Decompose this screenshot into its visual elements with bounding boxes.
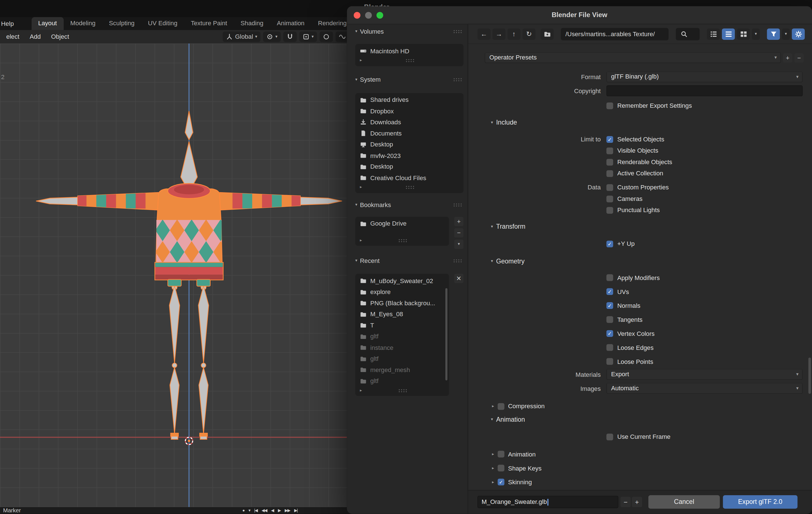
animation-section-header[interactable]: Animation xyxy=(491,415,525,424)
checkbox-tangents[interactable] xyxy=(607,316,613,323)
section-bookmarks-header[interactable]: Bookmarks xyxy=(355,200,463,209)
section-volumes-header[interactable]: Volumes xyxy=(355,27,463,36)
include-section-header[interactable]: Include xyxy=(491,118,517,127)
bookmark-menu-button[interactable] xyxy=(454,239,464,249)
menu-object[interactable]: Object xyxy=(46,33,75,40)
add-preset-button[interactable]: + xyxy=(783,53,792,62)
auto-keying-button[interactable]: ● xyxy=(242,508,244,513)
tab-texture-paint[interactable]: Texture Paint xyxy=(184,17,234,30)
filter-button[interactable] xyxy=(767,28,780,40)
images-dropdown[interactable]: Automatic xyxy=(607,383,803,394)
checkbox-uvs[interactable] xyxy=(607,288,613,295)
display-mode-thumbnail-button[interactable] xyxy=(737,28,750,40)
checkbox-normals[interactable] xyxy=(607,302,613,309)
menu-add[interactable]: Add xyxy=(24,33,46,40)
menu-help[interactable]: Help xyxy=(0,20,18,27)
increment-filename-button[interactable]: + xyxy=(632,497,642,507)
export-button[interactable]: Export glTF 2.0 xyxy=(723,495,798,509)
pivot-point-dropdown[interactable] xyxy=(263,32,281,42)
decrement-filename-button[interactable]: − xyxy=(620,497,631,507)
refresh-button[interactable]: ↻ xyxy=(523,28,535,40)
tab-uv-editing[interactable]: UV Editing xyxy=(141,17,184,30)
grip-icon[interactable] xyxy=(405,185,415,189)
auto-keying-menu-button[interactable]: ▾ xyxy=(249,508,250,513)
file-item-google-drive[interactable]: Google Drive xyxy=(355,218,449,229)
chevron-right-icon[interactable] xyxy=(492,404,494,408)
file-item-downloads[interactable]: Downloads xyxy=(355,117,463,128)
section-system-header[interactable]: System xyxy=(355,75,463,84)
checkbox-remember-export-settings[interactable] xyxy=(607,102,613,109)
chevron-right-icon[interactable] xyxy=(360,58,362,63)
chevron-right-icon[interactable] xyxy=(492,452,494,456)
up-button[interactable]: ↑ xyxy=(508,28,521,40)
character-model[interactable] xyxy=(0,43,347,507)
filter-menu-button[interactable] xyxy=(782,28,790,40)
file-item-gltf[interactable]: gltf xyxy=(355,375,449,387)
grip-icon[interactable] xyxy=(398,388,408,393)
tab-shading[interactable]: Shading xyxy=(234,17,270,30)
path-field[interactable]: /Users/martins...arables Texture/ xyxy=(561,28,669,40)
checkbox-animation[interactable] xyxy=(497,451,504,457)
checkbox-loose-points[interactable] xyxy=(607,358,613,365)
clear-recent-button[interactable]: ✕ xyxy=(454,274,464,283)
operator-presets-dropdown[interactable]: Operator Presets xyxy=(485,52,781,63)
file-item-creative-cloud-files[interactable]: Creative Cloud Files xyxy=(355,172,463,183)
checkbox-custom-properties[interactable] xyxy=(607,184,613,191)
checkbox-apply-modifiers[interactable] xyxy=(607,274,613,281)
file-item-gltf[interactable]: gltf xyxy=(355,331,449,342)
display-mode-list-button[interactable] xyxy=(722,28,735,40)
section-recent-header[interactable]: Recent xyxy=(355,256,463,265)
file-item-documents[interactable]: Documents xyxy=(355,128,463,139)
format-dropdown[interactable]: glTF Binary (.glb) xyxy=(607,71,803,83)
geometry-section-header[interactable]: Geometry xyxy=(491,257,524,266)
tab-modeling[interactable]: Modeling xyxy=(63,17,102,30)
file-item-desktop[interactable]: Desktop xyxy=(355,139,463,150)
search-field[interactable] xyxy=(676,28,700,40)
checkbox-use-current-frame[interactable] xyxy=(607,433,613,440)
chevron-right-icon[interactable] xyxy=(360,238,362,242)
file-item-m-ubody-sweater-02[interactable]: M_uBody_Sweater_02 xyxy=(355,275,449,286)
file-item-merged-mesh[interactable]: merged_mesh xyxy=(355,364,449,375)
file-item-png-black-backgrou[interactable]: PNG (Black backgrou... xyxy=(355,298,449,309)
file-item-desktop[interactable]: Desktop xyxy=(355,161,463,173)
back-button[interactable]: ← xyxy=(477,28,491,40)
grip-icon[interactable] xyxy=(398,238,408,242)
checkbox-compression[interactable] xyxy=(497,403,504,410)
play-reverse-button[interactable]: ◀ xyxy=(271,508,274,513)
scrollbar-thumb[interactable] xyxy=(808,358,811,394)
file-item-dropbox[interactable]: Dropbox xyxy=(355,105,463,117)
file-item-mvfw-2023[interactable]: mvfw-2023 xyxy=(355,150,463,161)
snap-toggle[interactable] xyxy=(283,32,296,42)
next-keyframe-button[interactable]: ▶▶ xyxy=(285,508,290,513)
chevron-right-icon[interactable] xyxy=(492,480,494,484)
play-button[interactable]: ▶ xyxy=(278,508,281,513)
filename-input[interactable]: M_Orange_Sweater.glb xyxy=(477,496,618,508)
checkbox-punctual-lights[interactable] xyxy=(607,207,613,213)
checkbox-skinning[interactable] xyxy=(497,479,504,485)
file-item-t[interactable]: T xyxy=(355,320,449,331)
transform-section-header[interactable]: Transform xyxy=(491,222,525,231)
grip-icon[interactable] xyxy=(405,58,415,63)
tab-animation[interactable]: Animation xyxy=(270,17,311,30)
file-item-gltf[interactable]: gltf xyxy=(355,353,449,364)
create-folder-button[interactable] xyxy=(541,28,554,40)
menu-elect[interactable]: elect xyxy=(1,33,25,40)
checkbox-shape-keys[interactable] xyxy=(497,464,504,471)
checkbox-cameras[interactable] xyxy=(607,195,613,202)
checkbox-y-up[interactable] xyxy=(607,240,613,247)
jump-to-end-button[interactable]: ▶| xyxy=(294,508,297,513)
chevron-right-icon[interactable] xyxy=(360,185,362,189)
chevron-right-icon[interactable] xyxy=(492,466,494,470)
3d-viewport[interactable]: 2 xyxy=(0,43,347,507)
materials-dropdown[interactable]: Export xyxy=(607,369,803,380)
forward-button[interactable]: → xyxy=(492,28,505,40)
file-item-explore[interactable]: explore xyxy=(355,286,449,298)
proportional-editing-toggle[interactable] xyxy=(319,32,333,42)
options-gear-button[interactable] xyxy=(792,28,805,40)
display-mode-detail-button[interactable] xyxy=(707,28,720,40)
checkbox-vertex-colors[interactable] xyxy=(607,330,613,337)
checkbox-renderable-objects[interactable] xyxy=(607,158,613,165)
jump-to-start-button[interactable]: |◀ xyxy=(254,508,257,513)
remove-preset-button[interactable]: − xyxy=(794,53,804,62)
cancel-button[interactable]: Cancel xyxy=(648,495,720,509)
